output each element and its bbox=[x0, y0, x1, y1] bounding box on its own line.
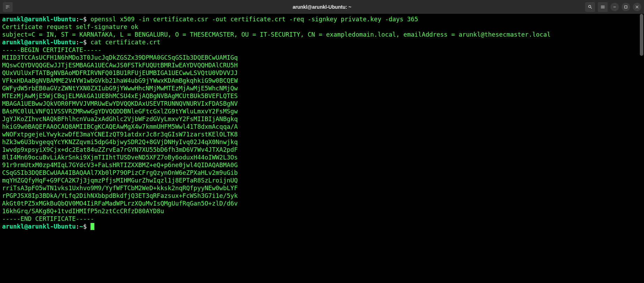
terminal-output-line: mqYHZGQfyHqF+G9FCA2K7j3jqmzPfjsMIHMGurZh… bbox=[2, 177, 642, 184]
svg-rect-1 bbox=[625, 6, 627, 8]
terminal-output-line: hkiG9w0BAQEFAAOCAQ8AMIIBCgKCAQEAwMgX4w7k… bbox=[2, 123, 642, 131]
terminal-output-line: 16khGrq/SAKg8Q+1tvdIHMIfP5n2ztCcCRfzD80A… bbox=[2, 207, 642, 215]
terminal-output-line: 1wvdp9xpsyiX9Cjx+dc2Eat84uZZrvEa7rGYN7XU… bbox=[2, 146, 642, 154]
command-text: cat certificate.crt bbox=[91, 39, 160, 46]
new-tab-button[interactable] bbox=[3, 2, 13, 12]
prompt-path: ~ bbox=[79, 16, 83, 23]
minimize-button[interactable] bbox=[610, 3, 619, 11]
terminal-output-line: VFkxHDAaBgNVBAMME2V4YW1wbGVkb21haW4ubG9j… bbox=[2, 77, 642, 84]
terminal-line: arunkl@arunkl-Ubuntu:~$ openssl x509 -in… bbox=[2, 15, 642, 23]
terminal-output-line: MQswCQYDVQQGEwJJTjESMBAGA1UECAwJS0FSTkFU… bbox=[2, 61, 642, 69]
terminal-output-line: Certificate request self-signature ok bbox=[2, 23, 642, 31]
close-button[interactable] bbox=[633, 3, 641, 11]
titlebar-right bbox=[585, 2, 641, 12]
cursor bbox=[91, 223, 94, 230]
terminal-output-line: GWFydW5rbEB0aGVzZWNtYXN0ZXIubG9jYWwwHhcN… bbox=[2, 84, 642, 92]
terminal-output-line: 8lI4Mn69ocuBvLiAkrSnki9XjmTIIhtTUSDveND5… bbox=[2, 154, 642, 161]
terminal-line: arunkl@arunkl-Ubuntu:~$ cat certificate.… bbox=[2, 38, 642, 46]
menu-button[interactable] bbox=[598, 2, 608, 12]
terminal-output-line: MTEzMjAwMjE5WjCBqjELMAkGA1UEBhMCSU4xEjAQ… bbox=[2, 92, 642, 100]
terminal-output-line: -----BEGIN CERTIFICATE----- bbox=[2, 46, 642, 54]
terminal-output-line: rPGPJSX8Ip3BDkA/YLfq2DihNXbbpdBkdfjQ3ET3… bbox=[2, 192, 642, 200]
scrollbar-thumb[interactable] bbox=[640, 14, 643, 56]
terminal-output-line: QUxVUlUxFTATBgNVBAoMDFRIRVNFQ01BU1RFUjEU… bbox=[2, 69, 642, 77]
terminal-output-line: JgYJKoZIhvcNAQkBFhlhcnVua2xAdGhlc2VjbWFz… bbox=[2, 115, 642, 123]
terminal-prompt: arunkl@arunkl-Ubuntu:~$ bbox=[2, 223, 642, 230]
titlebar-left bbox=[3, 2, 13, 12]
terminal-output-line: MBAGA1UEBwwJQkVOR0FMVVJVMRUwEwYDVQQKDAxU… bbox=[2, 100, 642, 107]
window-titlebar: arunkl@arunkl-Ubuntu: ~ bbox=[0, 0, 644, 14]
terminal-output-line: hZk3w6U3bvgeqqYcYKNZZqvmi5dpG4bjwySDR2Q+… bbox=[2, 138, 642, 146]
prompt-path: ~ bbox=[79, 39, 83, 46]
terminal-output-line: -----END CERTIFICATE----- bbox=[2, 215, 642, 223]
terminal-output-line: MIID3TCCAsUCFH1N6hMDo3T0JucJqDkZGSZx39DP… bbox=[2, 54, 642, 61]
command-text: openssl x509 -in certificate.csr -out ce… bbox=[91, 16, 418, 23]
window-title: arunkl@arunkl-Ubuntu: ~ bbox=[292, 4, 351, 10]
svg-rect-0 bbox=[614, 7, 616, 7]
search-button[interactable] bbox=[585, 2, 595, 12]
terminal-output-line: rriTsA3pFO5wTN1vks1Uxhvo9M9/YyfWFTCbM2We… bbox=[2, 184, 642, 192]
terminal-output-line: AkGt0tPZ5xMGkBuQbQV0MO4IiRFaMadWPLrzXQuM… bbox=[2, 200, 642, 207]
terminal-output-line: CSqGSIb3DQEBCwUAA4IBAQAAl7Xb0lP79OPizCFr… bbox=[2, 169, 642, 177]
prompt-userhost: arunkl@arunkl-Ubuntu bbox=[2, 39, 76, 46]
terminal-output-line: BAsMC0lULVNFQ1VSSVRZMRwwGgYDVQQDDBNleGFt… bbox=[2, 107, 642, 115]
terminal-output-line: wNOFxtpgejeLYwykzwDfE3maYCNEIzQT91atdxrJ… bbox=[2, 131, 642, 138]
terminal-output[interactable]: arunkl@arunkl-Ubuntu:~$ openssl x509 -in… bbox=[0, 14, 644, 283]
terminal-output-line: 91r9rmUtxM0zp4MIqL7GYdcV3+FaLsHRTIZXXBMZ… bbox=[2, 161, 642, 169]
terminal-output-line: subject=C = IN, ST = KARNATAKA, L = BENG… bbox=[2, 31, 642, 38]
prompt-userhost: arunkl@arunkl-Ubuntu bbox=[2, 16, 76, 23]
maximize-button[interactable] bbox=[622, 3, 630, 11]
